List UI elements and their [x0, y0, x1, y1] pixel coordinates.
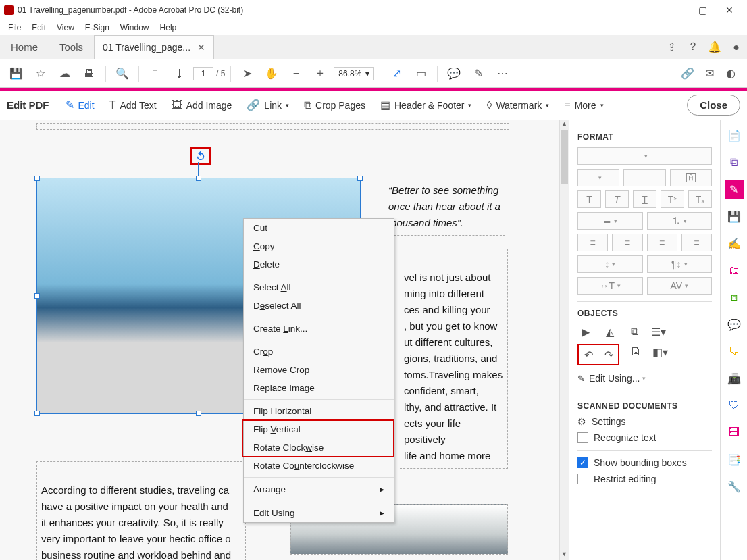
export-icon[interactable]: 💾 [725, 207, 744, 226]
more-side-icon[interactable]: 📑 [725, 450, 744, 469]
font-family-dropdown[interactable] [577, 147, 712, 165]
document-tab[interactable]: 01 Travelling_page... ✕ [94, 35, 214, 59]
rotate-icon[interactable] [195, 150, 207, 162]
read-mode-icon[interactable]: ▭ [410, 63, 432, 84]
header-footer-button[interactable]: ▤Header & Footer▾ [376, 96, 476, 114]
bullets-dropdown[interactable]: ≣ [577, 212, 643, 230]
ctx-copy[interactable]: Copy [244, 237, 394, 255]
star-icon[interactable]: ☆ [30, 63, 51, 84]
minimize-button[interactable]: — [662, 5, 689, 16]
quote-text-frame[interactable]: “Better to see something once than hear … [384, 178, 505, 236]
sign-icon[interactable]: ✍ [725, 234, 744, 253]
help-icon[interactable]: ？ [682, 35, 704, 59]
edit-pdf-sidetool[interactable]: ✎ [725, 180, 744, 199]
body-text-frame[interactable]: vel is not just about ming into differen… [400, 249, 508, 469]
edit-button[interactable]: ✎Edit [61, 96, 99, 114]
ctx-select-all[interactable]: Select All [244, 278, 394, 297]
close-window-button[interactable]: ✕ [716, 5, 743, 16]
justify-button[interactable]: ≡ [681, 234, 712, 251]
ctx-remove-crop[interactable]: Remove Crop [244, 361, 394, 379]
link-button[interactable]: 🔗Link▾ [242, 96, 293, 114]
hand-icon[interactable]: ✋ [261, 63, 282, 84]
comment-tool-icon[interactable]: 🗨 [725, 342, 744, 361]
menu-window[interactable]: Window [115, 22, 155, 34]
ctx-flip-horizontal[interactable]: Flip Horizontal [244, 402, 394, 420]
menu-esign[interactable]: E-Sign [80, 22, 115, 34]
rotate-cw-icon[interactable]: ↷ [600, 347, 617, 363]
recognize-row[interactable]: Recognize text [577, 432, 712, 443]
watermark-button[interactable]: ◊Watermark▾ [482, 97, 553, 114]
profile-share-icon[interactable]: ◐ [720, 63, 742, 84]
print-icon[interactable]: 🖶 [78, 63, 100, 84]
tools-tab[interactable]: Tools [49, 35, 94, 59]
mail-icon[interactable]: ✉ [698, 63, 720, 84]
menu-edit[interactable]: Edit [26, 22, 51, 34]
rotate-ccw-icon[interactable]: ↶ [580, 347, 596, 363]
bold-button[interactable]: T [577, 190, 601, 208]
close-editpdf-button[interactable]: Close [687, 95, 740, 116]
page-up-icon[interactable]: ⭡ [145, 63, 166, 84]
crop-pages-button[interactable]: ⧉Crop Pages [300, 97, 369, 114]
scroll-down-icon[interactable]: ▼ [560, 551, 569, 560]
lower-text-frame[interactable]: According to different studies, travelin… [36, 461, 246, 560]
ctx-create-link[interactable]: Create Link... [244, 320, 394, 338]
account-icon[interactable]: ● [725, 35, 747, 59]
protect-icon[interactable]: 🛡 [725, 396, 744, 415]
scroll-up-icon[interactable]: ▲ [560, 120, 569, 130]
show-bb-row[interactable]: ✓Show bounding boxes [577, 457, 712, 468]
more-button[interactable]: ≡More▾ [560, 97, 607, 114]
ctx-replace-image[interactable]: Replace Image [244, 379, 394, 397]
send-comments-icon[interactable]: 💬 [725, 315, 744, 334]
save-icon[interactable]: 💾 [5, 63, 27, 84]
pointer-icon[interactable]: ➤ [236, 63, 258, 84]
char-picker[interactable]: 🄰 [670, 169, 712, 186]
subscript-button[interactable]: Tₛ [688, 190, 712, 208]
organize-icon[interactable]: 🗂 [725, 261, 744, 280]
align-objects-icon[interactable]: ◧▾ [652, 344, 668, 360]
page-down-icon[interactable]: ⭣ [169, 63, 190, 84]
hscale-dropdown[interactable]: ↔T [577, 277, 643, 295]
ctx-rotate-ccw[interactable]: Rotate Counterclockwise [244, 457, 394, 475]
ctx-cut[interactable]: Cut [244, 219, 394, 237]
page-number-input[interactable]: 1 [193, 67, 213, 80]
add-text-button[interactable]: TAdd Text [105, 97, 161, 114]
document-viewport[interactable]: “Better to see something once than hear … [0, 120, 559, 560]
para-spacing-dropdown[interactable]: ¶↕ [647, 255, 713, 273]
align-left-button[interactable]: ≡ [577, 234, 608, 251]
notifications-icon[interactable]: 🔔 [704, 35, 725, 59]
recognize-checkbox[interactable] [577, 432, 588, 443]
edit-using-dropdown[interactable]: Edit Using... [589, 370, 712, 387]
underline-button[interactable]: T [633, 190, 656, 208]
crop-icon[interactable]: ⧉ [626, 324, 642, 340]
tracking-dropdown[interactable]: AV [647, 277, 713, 295]
menu-file[interactable]: File [3, 22, 26, 34]
scroll-thumb[interactable] [561, 130, 568, 184]
scan-icon[interactable]: 📠 [725, 369, 744, 388]
zoom-in-icon[interactable]: ＋ [309, 63, 331, 84]
maximize-button[interactable]: ▢ [689, 5, 716, 16]
link-tool-icon[interactable]: 🔗 [677, 63, 698, 84]
align-right-button[interactable]: ≡ [647, 234, 677, 251]
flip-h-icon[interactable]: ▶ [577, 324, 594, 340]
more-tools-icon[interactable]: ⋯ [492, 63, 513, 84]
italic-button[interactable]: T [605, 190, 629, 208]
comment-icon[interactable]: 💬 [443, 63, 465, 84]
doc-scrollbar[interactable]: ▲ ▼ [559, 120, 569, 560]
combine-icon[interactable]: ⧉ [725, 153, 744, 172]
menu-view[interactable]: View [51, 22, 80, 34]
show-bb-checkbox[interactable]: ✓ [577, 457, 588, 468]
font-size-dropdown[interactable] [577, 169, 619, 186]
line-spacing-dropdown[interactable]: ↕ [577, 255, 643, 273]
close-tab-icon[interactable]: ✕ [197, 42, 205, 53]
replace-image-icon[interactable]: 🖻 [627, 344, 644, 360]
arrange-icon[interactable]: ☰▾ [650, 324, 667, 340]
add-image-button[interactable]: 🖼Add Image [168, 97, 236, 114]
share-icon[interactable]: ⇪ [661, 35, 682, 59]
settings-row[interactable]: ⚙Settings [577, 416, 712, 427]
zoom-level[interactable]: 86.8%▾ [334, 67, 374, 80]
zoom-out-icon[interactable]: − [285, 63, 307, 84]
flip-v-icon[interactable]: ◭ [602, 324, 618, 340]
align-center-button[interactable]: ≡ [612, 234, 642, 251]
settings-side-icon[interactable]: 🔧 [725, 477, 744, 496]
highlight-icon[interactable]: ✎ [467, 63, 489, 84]
